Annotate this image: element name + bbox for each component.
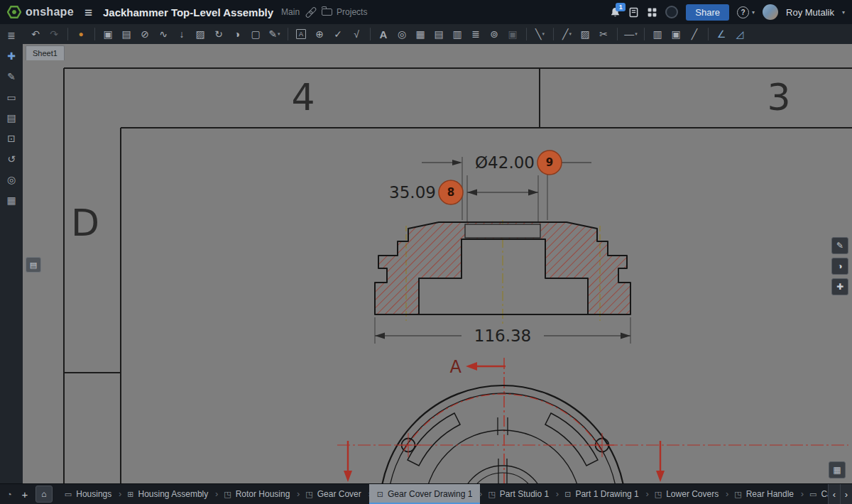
- measure-angle-icon[interactable]: ∠: [713, 26, 731, 43]
- hatch-pattern-icon[interactable]: ▨: [577, 26, 594, 43]
- section-view-icon[interactable]: ◑: [229, 26, 246, 43]
- ai-orb-icon[interactable]: [665, 6, 678, 18]
- hide-annotations-button[interactable]: ◑: [831, 258, 848, 275]
- style-icon[interactable]: ✎: [4, 71, 18, 82]
- app-header: onshape ≡ Jackhammer Top-Level Assembly …: [0, 0, 852, 24]
- sheet-list-icon[interactable]: ▤: [430, 26, 448, 43]
- help-menu[interactable]: ? ▾: [737, 6, 755, 18]
- leader-style-icon[interactable]: ╲▾: [531, 26, 549, 43]
- balloon-9[interactable]: 9: [537, 150, 562, 175]
- search-icon[interactable]: ◎: [4, 174, 18, 185]
- geometric-tolerance-icon[interactable]: ✓: [329, 26, 347, 43]
- table-icon[interactable]: ▦: [412, 26, 430, 43]
- drawing-area[interactable]: 4 3 D Ø42.00: [23, 44, 852, 484]
- link-panel-icon[interactable]: ⊡: [4, 133, 18, 144]
- line-style-icon[interactable]: ╱▾: [558, 26, 576, 43]
- drawing-toolbar: ↶ ↷ ● ▣ ▤: [23, 24, 852, 44]
- export-sheet-icon[interactable]: ▥: [449, 26, 466, 43]
- sketch-icon[interactable]: ╱: [686, 26, 704, 43]
- tab-gear-cover[interactable]: ◳ Gear Cover: [297, 484, 368, 504]
- zone-label-4: 4: [291, 76, 315, 119]
- tab-label: Rear Handle: [746, 489, 794, 499]
- surface-finish-icon[interactable]: √: [348, 26, 366, 43]
- paste-sheet-icon[interactable]: ▣: [99, 26, 117, 43]
- share-button[interactable]: Share: [686, 4, 729, 21]
- dimension-value[interactable]: 116.38: [474, 327, 531, 345]
- centermark-icon[interactable]: ⊕: [311, 26, 329, 43]
- breadcrumb[interactable]: Projects: [322, 7, 367, 17]
- add-annotation-icon[interactable]: ✚: [4, 50, 18, 62]
- user-menu-caret-icon[interactable]: ▾: [842, 9, 845, 16]
- tab-gear-cover-drawing-1[interactable]: ⊡ Gear Cover Drawing 1: [369, 484, 481, 504]
- toolbar-divider: [708, 28, 709, 40]
- tab-rotor-housing[interactable]: ◳ Rotor Housing: [216, 484, 297, 504]
- drawing-sheet[interactable]: 4 3 D Ø42.00: [23, 44, 852, 484]
- selection-options-button[interactable]: ✎: [831, 237, 848, 254]
- redo-icon[interactable]: ↷: [45, 26, 63, 43]
- insert-image-icon[interactable]: ▣: [504, 26, 522, 43]
- tab-housings[interactable]: ▭ Housings: [57, 484, 119, 504]
- section-view[interactable]: [375, 220, 630, 325]
- view-options-button[interactable]: ▦: [829, 461, 846, 478]
- bom-table-icon[interactable]: ≣: [467, 26, 485, 43]
- history-icon[interactable]: ↺: [4, 153, 18, 165]
- dimension-value[interactable]: 35.09: [389, 183, 436, 202]
- undo-icon[interactable]: ↶: [27, 26, 45, 43]
- scroll-tabs-right-button[interactable]: ›: [841, 484, 852, 504]
- text-tool-icon[interactable]: A: [375, 26, 393, 43]
- learning-center-icon[interactable]: [628, 7, 639, 18]
- tab-housing-assembly[interactable]: ⊞ Housing Assembly: [119, 484, 216, 504]
- structure-panel-icon[interactable]: ≣: [4, 30, 18, 41]
- dimension-width[interactable]: 35.09: [389, 175, 538, 221]
- export-image-icon[interactable]: ▣: [667, 26, 685, 43]
- scroll-tabs-left-button[interactable]: ‹: [829, 484, 841, 504]
- new-sheet-icon[interactable]: ▤: [118, 26, 136, 43]
- document-tabs: ▭ Housings ⊞ Housing Assembly ◳ Rotor Ho…: [57, 484, 828, 504]
- dimension-tool-icon[interactable]: ✎▾: [266, 26, 283, 43]
- share-link-icon[interactable]: [305, 7, 316, 17]
- hide-hatch-icon[interactable]: ⊘: [136, 26, 154, 43]
- toolbar-divider: [94, 28, 95, 40]
- notifications-button[interactable]: 1: [610, 7, 621, 18]
- tab-lower-covers[interactable]: ◳ Lower Covers: [647, 484, 726, 504]
- sheet-panel-toggle-button[interactable]: ▤: [26, 257, 41, 273]
- detail-view-icon[interactable]: ◎: [393, 26, 411, 43]
- tab-rear-handle[interactable]: ◳ Rear Handle: [726, 484, 802, 504]
- auxiliary-view-icon[interactable]: ↻: [210, 26, 228, 43]
- sheet-tab[interactable]: Sheet1: [26, 45, 65, 60]
- bottom-view[interactable]: [380, 385, 626, 484]
- home-button[interactable]: ⌂: [36, 486, 53, 503]
- section-label: A: [450, 357, 462, 377]
- sync-status-icon[interactable]: ●: [72, 26, 90, 43]
- tab-part-studio-1[interactable]: ◳ Part Studio 1: [480, 484, 557, 504]
- export-dxf-icon[interactable]: ▥: [649, 26, 667, 43]
- note-icon[interactable]: A: [293, 26, 310, 43]
- document-title: Jackhammer Top-Level Assembly: [103, 6, 273, 18]
- tab-manager-icon[interactable]: ◔: [6, 489, 12, 500]
- workspace-name[interactable]: Main: [281, 7, 300, 17]
- add-tab-button[interactable]: +: [18, 488, 31, 500]
- projected-view-icon[interactable]: ↓: [173, 26, 191, 43]
- balloon-8[interactable]: 8: [439, 180, 463, 204]
- tab-castings[interactable]: ▭ Castings: [802, 484, 828, 504]
- comment-icon[interactable]: ▭: [4, 92, 18, 103]
- hatch-tool-icon[interactable]: ▨: [192, 26, 209, 43]
- menu-icon[interactable]: ≡: [84, 6, 92, 19]
- release-notes-icon[interactable]: ▤: [4, 112, 18, 124]
- app-store-icon[interactable]: [647, 7, 657, 18]
- canvas-tools-button[interactable]: ✚: [831, 278, 848, 295]
- trim-icon[interactable]: ✂: [595, 26, 613, 43]
- dimension-overall[interactable]: 116.38: [375, 317, 630, 345]
- balloon-tool-icon[interactable]: ⊚: [486, 26, 503, 43]
- dimension-value[interactable]: Ø42.00: [475, 153, 535, 172]
- tab-part-1-drawing-1[interactable]: ⊡ Part 1 Drawing 1: [557, 484, 647, 504]
- toolbar-divider: [370, 28, 371, 40]
- line-weight-icon[interactable]: —▾: [622, 26, 640, 43]
- measure-tool-icon[interactable]: ◿: [731, 26, 749, 43]
- crop-view-icon[interactable]: ▢: [247, 26, 265, 43]
- tables-panel-icon[interactable]: ▦: [4, 195, 18, 206]
- toolbar-divider: [288, 28, 288, 40]
- avatar[interactable]: [763, 4, 778, 20]
- spline-leader-icon[interactable]: ∿: [155, 26, 173, 43]
- tab-label: Part Studio 1: [500, 489, 549, 499]
